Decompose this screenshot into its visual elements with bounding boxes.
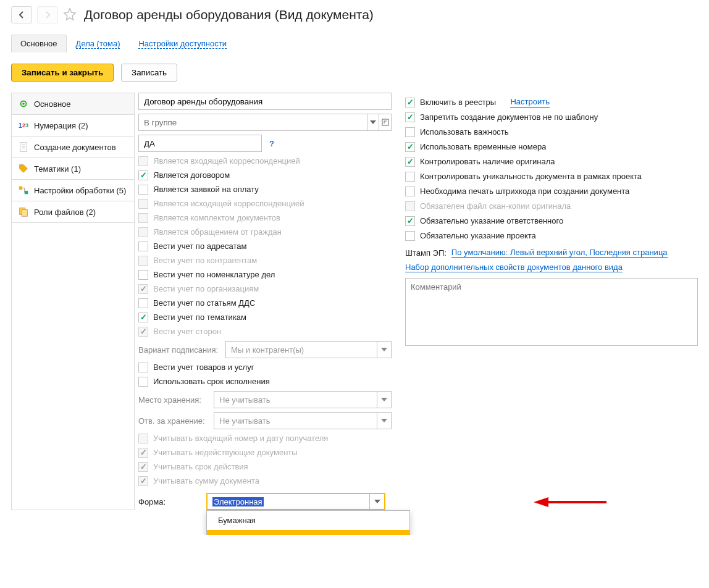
form-select-caret[interactable] (369, 494, 384, 509)
stamp-label: Штамп ЭП: (405, 248, 447, 258)
storage-select-caret[interactable] (377, 391, 392, 408)
files-icon (18, 206, 29, 217)
form-dropdown: Бумажная Электронная Бумажная или электр… (206, 510, 410, 535)
chk-inc-number: Учитывать входящий номер и дату получате… (138, 433, 392, 444)
svg-rect-10 (382, 119, 388, 125)
sidebar-item-label: Настройки обработки (5) (34, 186, 126, 195)
comment-textarea[interactable] (405, 278, 698, 346)
chk-dds[interactable]: Вести учет по статьям ДДС (138, 298, 392, 309)
storage-label: Место хранения: (138, 395, 206, 405)
chk-counterparties: Вести учет по контрагентам (138, 255, 392, 266)
resp-storage-select-caret[interactable] (377, 412, 392, 429)
chk-registries[interactable]: Включить в реестры Настроить (405, 96, 698, 108)
chk-deadline[interactable]: Использовать срок исполнения (138, 376, 392, 387)
chk-payment[interactable]: Является заявкой на оплату (138, 184, 392, 195)
chk-use-temp-numbers[interactable]: Использовать временные номера (405, 141, 698, 153)
chk-resp-required[interactable]: Обязательно указание ответственного (405, 216, 698, 227)
chk-topics[interactable]: Вести учет по тематикам (138, 312, 392, 323)
gear-icon (18, 98, 29, 109)
save-button[interactable]: Записать (121, 64, 177, 82)
chk-organizations: Вести учет по организациям (138, 284, 392, 295)
signing-select-value[interactable]: Мы и контрагент(ы) (225, 341, 377, 358)
svg-rect-9 (22, 209, 27, 216)
storage-select-value[interactable]: Не учитывать (214, 391, 377, 408)
stamp-link[interactable]: По умолчанию: Левый верхний угол, Послед… (451, 248, 668, 258)
signing-label: Вариант подписания: (138, 345, 218, 355)
form-option-electronic[interactable]: Электронная (207, 530, 409, 535)
save-and-close-button[interactable]: Записать и закрыть (11, 64, 114, 82)
code-input[interactable] (138, 135, 262, 152)
chk-goods[interactable]: Вести учет товаров и услуг (138, 362, 392, 373)
chk-use-importance[interactable]: Использовать важность (405, 127, 698, 138)
sidebar-item-label: Роли файлов (2) (34, 208, 96, 217)
form-select[interactable]: Электронная (206, 493, 385, 510)
chk-incoming: Является входящей корреспонденцией (138, 156, 392, 167)
sidebar-item-label: Тематики (1) (34, 164, 81, 174)
group-open[interactable] (379, 114, 392, 131)
sidebar-item-doccreate[interactable]: Создание документов (12, 136, 134, 158)
group-caret[interactable] (367, 114, 379, 131)
sidebar-item-label: Создание документов (34, 143, 116, 152)
page-title: Договор аренды оборудования (Вид докумен… (82, 7, 374, 22)
chk-scan-required: Обязателен файл скан-копии оригинала (405, 201, 698, 212)
group-input[interactable] (138, 114, 367, 131)
sidebar-item-topics[interactable]: Тематики (1) (12, 158, 134, 180)
tag-icon (18, 163, 29, 174)
sidebar-item-fileroles[interactable]: Роли файлов (2) (12, 201, 134, 223)
resp-storage-select-value[interactable]: Не учитывать (214, 412, 377, 429)
tab-access[interactable]: Настройки доступности (129, 35, 235, 52)
chk-need-barcode[interactable]: Необходима печать штрихкода при создании… (405, 186, 698, 197)
sidebar: Основное 123 Нумерация (2) Создание доку… (11, 93, 135, 510)
arrow-left-icon (17, 10, 26, 19)
svg-rect-2 (20, 143, 27, 151)
form-option-paper[interactable]: Бумажная (207, 511, 409, 530)
nav-forward-button (37, 6, 58, 23)
sidebar-item-numbering[interactable]: 123 Нумерация (2) (12, 115, 134, 136)
chk-docset: Является комплектом документов (138, 212, 392, 224)
svg-point-1 (22, 103, 25, 105)
chk-outgoing: Является исходящей корреспонденцией (138, 198, 392, 209)
svg-marker-12 (534, 497, 548, 507)
chk-control-original[interactable]: Контролировать наличие оригинала (405, 156, 698, 167)
help-icon[interactable]: ? (266, 139, 274, 148)
tab-cases[interactable]: Дела (тома) (67, 35, 130, 52)
form-select-value: Электронная (212, 497, 264, 506)
chk-control-unique[interactable]: Контролировать уникальность документа в … (405, 171, 698, 182)
chk-inactive-docs: Учитывать недействующие документы (138, 447, 392, 458)
chk-appeal: Является обращением от граждан (138, 227, 392, 238)
chk-project-required[interactable]: Обязательно указание проекта (405, 230, 698, 242)
form-label: Форма: (138, 497, 206, 506)
favorite-star-icon[interactable] (63, 7, 77, 23)
chk-amount: Учитывать сумму документа (138, 476, 392, 487)
name-input[interactable] (138, 93, 392, 110)
chk-nomenclature[interactable]: Вести учет по номенклатуре дел (138, 269, 392, 280)
document-icon (18, 141, 29, 153)
sidebar-item-processing[interactable]: Настройки обработки (5) (12, 180, 134, 201)
annotation-arrow-icon (534, 495, 608, 511)
chk-validity: Учитывать срок действия (138, 461, 392, 472)
chk-addressees[interactable]: Вести учет по адресатам (138, 241, 392, 252)
signing-select-caret[interactable] (377, 341, 392, 358)
sidebar-item-label: Нумерация (2) (34, 121, 88, 130)
resp-storage-label: Отв. за хранение: (138, 416, 206, 426)
sidebar-item-label: Основное (34, 99, 71, 109)
tab-main[interactable]: Основное (11, 35, 67, 52)
configure-link[interactable]: Настроить (510, 96, 550, 108)
svg-rect-6 (19, 187, 22, 190)
nav-back-button[interactable] (11, 6, 32, 23)
svg-rect-7 (25, 191, 28, 194)
chk-forbid-no-template[interactable]: Запретить создание документов не по шабл… (405, 112, 698, 123)
arrow-right-icon (43, 10, 52, 19)
sidebar-item-main[interactable]: Основное (12, 93, 134, 115)
flow-icon (18, 185, 29, 196)
numbers-icon: 123 (18, 120, 29, 131)
chk-parties: Вести учет сторон (138, 326, 392, 337)
chk-contract[interactable]: Является договором (138, 170, 392, 181)
extra-props-link[interactable]: Набор дополнительных свойств документов … (405, 262, 623, 272)
